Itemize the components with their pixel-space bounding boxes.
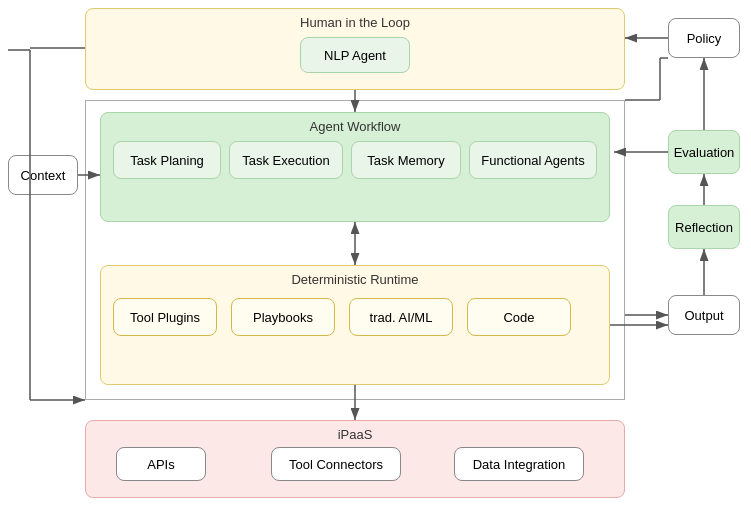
trad-aiml-label: trad. AI/ML <box>370 310 433 325</box>
tool-plugins-box: Tool Plugins <box>113 298 217 336</box>
functional-agents-label: Functional Agents <box>481 153 584 168</box>
task-execution-label: Task Execution <box>242 153 329 168</box>
playbooks-label: Playbooks <box>253 310 313 325</box>
playbooks-box: Playbooks <box>231 298 335 336</box>
tool-plugins-label: Tool Plugins <box>130 310 200 325</box>
diagram: Human in the Loop NLP Agent Context Agen… <box>0 0 751 506</box>
data-integration-box: Data Integration <box>454 447 584 481</box>
tool-connectors-box: Tool Connectors <box>271 447 401 481</box>
task-planing-label: Task Planing <box>130 153 204 168</box>
reflection-box: Reflection <box>668 205 740 249</box>
context-box: Context <box>8 155 78 195</box>
apis-box: APIs <box>116 447 206 481</box>
apis-label: APIs <box>147 457 174 472</box>
output-label: Output <box>684 308 723 323</box>
agent-workflow-container: Agent Workflow Task Planing Task Executi… <box>100 112 610 222</box>
context-label: Context <box>21 168 66 183</box>
task-memory-box: Task Memory <box>351 141 461 179</box>
tool-connectors-label: Tool Connectors <box>289 457 383 472</box>
output-box: Output <box>668 295 740 335</box>
task-planing-box: Task Planing <box>113 141 221 179</box>
reflection-label: Reflection <box>675 220 733 235</box>
task-execution-box: Task Execution <box>229 141 343 179</box>
policy-box: Policy <box>668 18 740 58</box>
task-memory-label: Task Memory <box>367 153 444 168</box>
human-in-loop-label: Human in the Loop <box>86 15 624 30</box>
human-in-loop-container: Human in the Loop NLP Agent <box>85 8 625 90</box>
evaluation-label: Evaluation <box>674 145 735 160</box>
ipaas-label: iPaaS <box>86 427 624 442</box>
evaluation-box: Evaluation <box>668 130 740 174</box>
deterministic-runtime-label: Deterministic Runtime <box>101 272 609 287</box>
data-integration-label: Data Integration <box>473 457 566 472</box>
code-box: Code <box>467 298 571 336</box>
policy-label: Policy <box>687 31 722 46</box>
ipaas-container: iPaaS APIs Tool Connectors Data Integrat… <box>85 420 625 498</box>
nlp-agent-label: NLP Agent <box>324 48 386 63</box>
trad-aiml-box: trad. AI/ML <box>349 298 453 336</box>
functional-agents-box: Functional Agents <box>469 141 597 179</box>
agent-workflow-label: Agent Workflow <box>101 119 609 134</box>
nlp-agent-box: NLP Agent <box>300 37 410 73</box>
code-label: Code <box>503 310 534 325</box>
deterministic-runtime-container: Deterministic Runtime Tool Plugins Playb… <box>100 265 610 385</box>
